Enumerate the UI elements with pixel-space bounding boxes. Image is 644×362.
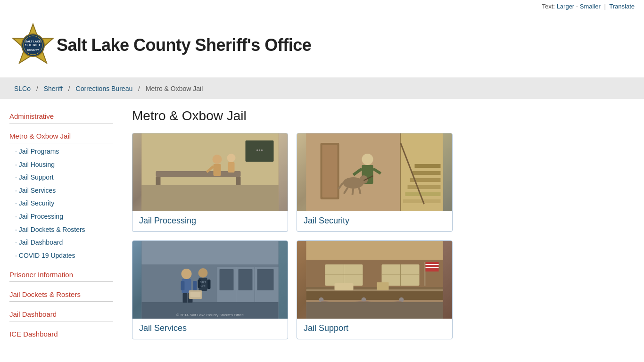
- svg-text:© 2014 Salt Lake County Sherif: © 2014 Salt Lake County Sheriff's Office: [176, 313, 244, 317]
- card-grid: ●●● Jail Processing: [132, 133, 453, 339]
- sidebar-administrative: Administrative: [9, 108, 113, 123]
- breadcrumb-slco[interactable]: SLCo: [14, 85, 31, 92]
- card-label-jail-support: Jail Support: [297, 319, 452, 339]
- svg-text:SHERIFF: SHERIFF: [25, 43, 41, 47]
- svg-text:SALT: SALT: [200, 281, 206, 284]
- sidebar-group-metro: Metro & Oxbow Jail · Jail Programs · Jai…: [9, 128, 113, 262]
- card-label-jail-processing: Jail Processing: [132, 211, 288, 231]
- svg-point-61: [198, 268, 208, 278]
- sidebar-group-admin: Administrative: [9, 108, 113, 123]
- sidebar-item-jail-programs[interactable]: · Jail Programs: [9, 145, 113, 158]
- sidebar-metro-oxbow: Metro & Oxbow Jail: [9, 128, 113, 143]
- svg-rect-46: [142, 241, 279, 264]
- jail-security-illustration: [297, 133, 452, 211]
- card-image-jail-security: [297, 133, 452, 211]
- sidebar-item-jail-support[interactable]: · Jail Support: [9, 171, 113, 184]
- card-image-jail-support: [297, 241, 452, 319]
- breadcrumb: SLCo / Sheriff / Corrections Bureau / Me…: [0, 78, 644, 99]
- sidebar-group-dashboard: Jail Dashboard: [9, 306, 113, 321]
- jail-support-illustration: [297, 241, 452, 319]
- dash-separator: -: [576, 3, 578, 10]
- top-bar: Text: Larger - Smaller | Translate: [0, 0, 644, 13]
- jail-services-illustration: SALT LAKE © 2014 Salt Lake County Sherif…: [132, 241, 288, 319]
- sidebar-item-jail-dashboard[interactable]: · Jail Dashboard: [9, 236, 113, 249]
- sidebar-item-covid[interactable]: · COVID 19 Updates: [9, 249, 113, 263]
- svg-rect-51: [220, 269, 234, 290]
- svg-rect-95: [306, 241, 443, 319]
- sheriff-badge-svg: SALT LAKE SHERIFF COUNTY: [9, 22, 57, 69]
- svg-text:COUNTY: COUNTY: [27, 49, 39, 51]
- svg-rect-69: [190, 292, 201, 297]
- card-jail-processing[interactable]: ●●● Jail Processing: [132, 133, 288, 232]
- svg-rect-52: [239, 269, 253, 290]
- svg-text:LAKE: LAKE: [200, 285, 206, 287]
- sidebar-item-jail-housing[interactable]: · Jail Housing: [9, 158, 113, 172]
- sidebar-item-jail-processing[interactable]: · Jail Processing: [9, 210, 113, 223]
- main-content: Metro & Oxbow Jail: [123, 108, 635, 346]
- text-larger-link[interactable]: Larger: [557, 3, 575, 10]
- card-jail-security[interactable]: Jail Security: [297, 133, 453, 232]
- card-label-jail-services: Jail Services: [132, 319, 288, 339]
- sidebar-group-ice: ICE Dashboard: [9, 326, 113, 341]
- breadcrumb-sep-1: /: [36, 85, 38, 92]
- card-jail-support[interactable]: Jail Support: [297, 240, 453, 339]
- site-title: Salt Lake County Sheriff's Office: [57, 35, 311, 55]
- sidebar-item-jail-services[interactable]: · Jail Services: [9, 184, 113, 197]
- pipe-separator: |: [604, 3, 606, 10]
- sidebar-prisoner-info: Prisoner Information: [9, 267, 113, 282]
- sidebar-item-jail-dockets[interactable]: · Jail Dockets & Rosters: [9, 223, 113, 237]
- sidebar-group-dockets: Jail Dockets & Rosters: [9, 287, 113, 302]
- card-label-jail-security: Jail Security: [297, 211, 452, 231]
- svg-rect-58: [193, 281, 197, 291]
- sidebar: Administrative Metro & Oxbow Jail · Jail…: [9, 108, 123, 346]
- text-smaller-link[interactable]: Smaller: [580, 3, 601, 10]
- page-title: Metro & Oxbow Jail: [132, 108, 635, 123]
- translate-link[interactable]: Translate: [609, 3, 635, 10]
- breadcrumb-corrections[interactable]: Corrections Bureau: [76, 85, 133, 92]
- svg-rect-59: [183, 293, 188, 303]
- text-label: Text:: [542, 3, 555, 10]
- card-image-jail-services: SALT LAKE © 2014 Salt Lake County Sherif…: [132, 241, 288, 319]
- breadcrumb-sep-2: /: [68, 85, 70, 92]
- svg-rect-44: [306, 133, 443, 211]
- jail-processing-illustration: ●●●: [132, 133, 288, 211]
- breadcrumb-sep-3: /: [138, 85, 140, 92]
- main-layout: Administrative Metro & Oxbow Jail · Jail…: [0, 99, 644, 355]
- sidebar-jail-dockets: Jail Dockets & Rosters: [9, 287, 113, 302]
- sidebar-item-jail-security[interactable]: · Jail Security: [9, 197, 113, 210]
- svg-rect-19: [142, 133, 279, 211]
- sidebar-group-prisoner: Prisoner Information: [9, 267, 113, 282]
- card-image-jail-processing: ●●●: [132, 133, 288, 211]
- header: SALT LAKE SHERIFF COUNTY Salt Lake Count…: [0, 13, 644, 78]
- svg-rect-53: [257, 269, 274, 290]
- svg-rect-64: [207, 280, 211, 289]
- card-jail-services[interactable]: SALT LAKE © 2014 Salt Lake County Sherif…: [132, 240, 288, 339]
- breadcrumb-sheriff[interactable]: Sheriff: [44, 85, 63, 92]
- sidebar-jail-dashboard: Jail Dashboard: [9, 306, 113, 321]
- sheriff-badge-logo: SALT LAKE SHERIFF COUNTY: [9, 22, 57, 69]
- sidebar-ice-dashboard: ICE Dashboard: [9, 326, 113, 341]
- breadcrumb-current: Metro & Oxbow Jail: [146, 85, 203, 92]
- svg-point-55: [182, 269, 192, 279]
- svg-rect-57: [181, 281, 185, 290]
